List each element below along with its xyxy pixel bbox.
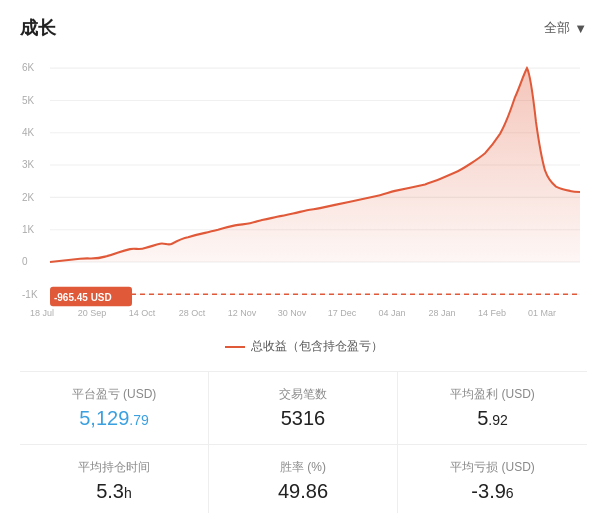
x-label-jan28: 28 Jan: [428, 308, 455, 318]
stat-platform-pnl-value: 5,129.79: [30, 407, 198, 430]
badge-text: -965.45 USD: [54, 291, 112, 302]
y-label-4k: 4K: [22, 127, 34, 138]
filter-label: 全部: [544, 19, 570, 37]
legend-line-icon: [225, 346, 245, 348]
growth-panel: 成长 全部 ▼ 6K 5K 4K 3K 2K 1K 0 -1K: [0, 0, 607, 513]
chart-container: 6K 5K 4K 3K 2K 1K 0 -1K: [20, 52, 587, 332]
x-label-oct28: 28 Oct: [179, 308, 206, 318]
panel-header: 成长 全部 ▼: [20, 16, 587, 40]
stat-avg-loss-label: 平均亏损 (USD): [408, 459, 577, 476]
y-label-6k: 6K: [22, 62, 34, 73]
x-label-feb: 14 Feb: [478, 308, 506, 318]
x-label-nov12: 12 Nov: [228, 308, 257, 318]
x-label-oct14: 14 Oct: [129, 308, 156, 318]
growth-chart: 6K 5K 4K 3K 2K 1K 0 -1K: [20, 52, 587, 332]
x-label-mar: 01 Mar: [528, 308, 556, 318]
chart-legend: 总收益（包含持仓盈亏）: [20, 338, 587, 355]
stat-avg-loss-value: -3.96: [408, 480, 577, 503]
chevron-down-icon: ▼: [574, 21, 587, 36]
y-label-2k: 2K: [22, 191, 34, 202]
x-label-sep: 20 Sep: [78, 308, 107, 318]
y-label-5k: 5K: [22, 94, 34, 105]
stat-winrate: 胜率 (%) 49.86: [209, 445, 398, 513]
y-label-3k: 3K: [22, 159, 34, 170]
y-label-0: 0: [22, 256, 28, 267]
x-label-dec: 17 Dec: [328, 308, 357, 318]
stats-grid: 平台盈亏 (USD) 5,129.79 交易笔数 5316 平均盈利 (USD)…: [20, 371, 587, 513]
x-label-jan04: 04 Jan: [378, 308, 405, 318]
y-label-neg1k: -1K: [22, 288, 38, 299]
y-label-1k: 1K: [22, 224, 34, 235]
x-label-nov30: 30 Nov: [278, 308, 307, 318]
stat-avg-profit: 平均盈利 (USD) 5.92: [398, 372, 587, 445]
legend-label: 总收益（包含持仓盈亏）: [251, 338, 383, 355]
filter-button[interactable]: 全部 ▼: [544, 19, 587, 37]
stat-avg-hold: 平均持仓时间 5.3h: [20, 445, 209, 513]
stat-trades-label: 交易笔数: [219, 386, 387, 403]
stat-avg-profit-value: 5.92: [408, 407, 577, 430]
stat-platform-pnl-label: 平台盈亏 (USD): [30, 386, 198, 403]
stat-winrate-value: 49.86: [219, 480, 387, 503]
stat-avg-loss: 平均亏损 (USD) -3.96: [398, 445, 587, 513]
stat-avg-hold-label: 平均持仓时间: [30, 459, 198, 476]
stat-platform-pnl: 平台盈亏 (USD) 5,129.79: [20, 372, 209, 445]
page-title: 成长: [20, 16, 56, 40]
stat-avg-profit-label: 平均盈利 (USD): [408, 386, 577, 403]
stat-avg-hold-value: 5.3h: [30, 480, 198, 503]
x-label-jul: 18 Jul: [30, 308, 54, 318]
stat-winrate-label: 胜率 (%): [219, 459, 387, 476]
stat-trades-value: 5316: [219, 407, 387, 430]
stat-trades: 交易笔数 5316: [209, 372, 398, 445]
